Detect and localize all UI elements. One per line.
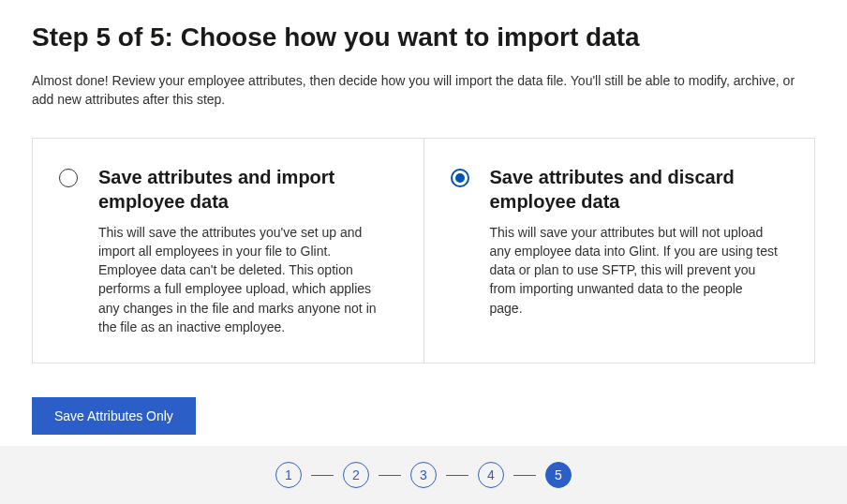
option-discard-employee-data[interactable]: Save attributes and discard employee dat… [424, 139, 815, 363]
option-discard-description: This will save your attributes but will … [490, 223, 780, 318]
step-4[interactable]: 4 [478, 462, 504, 488]
step-connector [446, 475, 468, 476]
save-attributes-button[interactable]: Save Attributes Only [32, 397, 196, 435]
wizard-stepper: 1 2 3 4 5 [0, 446, 847, 504]
actions-row: Save Attributes Only [32, 397, 815, 435]
radio-selected-dot-icon [455, 173, 465, 183]
radio-selected-icon [451, 169, 469, 187]
radio-unselected-icon [59, 169, 78, 187]
step-connector [513, 475, 536, 476]
step-1[interactable]: 1 [275, 462, 302, 488]
step-5[interactable]: 5 [545, 462, 572, 488]
option-import-title: Save attributes and import employee data [98, 165, 388, 214]
option-import-body: Save attributes and import employee data… [98, 165, 388, 337]
option-import-employee-data[interactable]: Save attributes and import employee data… [33, 139, 424, 363]
wizard-content: Step 5 of 5: Choose how you want to impo… [0, 0, 847, 435]
step-connector [311, 475, 334, 476]
import-options: Save attributes and import employee data… [32, 138, 815, 364]
option-import-description: This will save the attributes you've set… [98, 223, 388, 337]
page-description: Almost done! Review your employee attrib… [32, 71, 815, 110]
step-2[interactable]: 2 [343, 462, 369, 488]
page-title: Step 5 of 5: Choose how you want to impo… [32, 22, 815, 52]
option-discard-title: Save attributes and discard employee dat… [490, 165, 780, 214]
option-discard-body: Save attributes and discard employee dat… [490, 165, 780, 318]
step-3[interactable]: 3 [410, 462, 437, 488]
step-connector [379, 475, 401, 476]
